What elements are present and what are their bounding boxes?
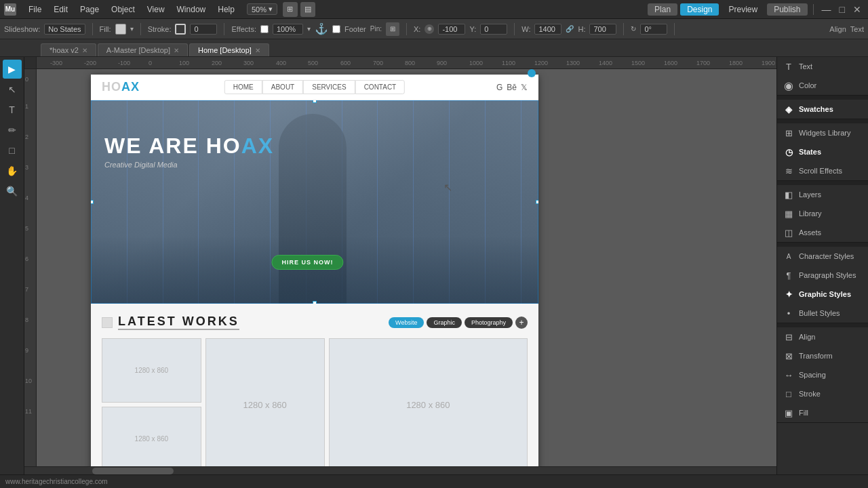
opacity-dropdown[interactable]: ▾ xyxy=(307,25,311,33)
y-value[interactable]: 0 xyxy=(480,24,507,35)
filter-photography[interactable]: Photography xyxy=(465,317,513,328)
app-logo: Mu xyxy=(4,3,16,16)
panel-character-styles[interactable]: A Character Styles xyxy=(777,247,868,266)
scrollbar-horizontal[interactable] xyxy=(24,466,776,474)
widgets-icon: ⊞ xyxy=(783,127,795,139)
draw-tool[interactable]: ✏ xyxy=(3,121,22,140)
panel-bullet-styles[interactable]: • Bullet Styles xyxy=(777,304,868,323)
filter-website[interactable]: Website xyxy=(389,317,424,328)
nav-services[interactable]: SERVICES xyxy=(303,80,355,94)
panel-text[interactable]: T Text xyxy=(777,57,868,76)
preview-button[interactable]: Preview xyxy=(722,3,764,16)
filter-graphic[interactable]: Graphic xyxy=(427,317,462,328)
footer-label: Footer xyxy=(344,25,366,33)
menu-view[interactable]: View xyxy=(142,3,170,16)
fill-dropdown[interactable]: ▾ xyxy=(130,25,134,33)
menu-object[interactable]: Object xyxy=(106,3,140,16)
scrollbar-thumb[interactable] xyxy=(92,468,174,474)
rotation-icon[interactable]: ↻ xyxy=(631,25,636,33)
nav-home[interactable]: HOME xyxy=(224,80,262,94)
menu-help[interactable]: Help xyxy=(212,3,240,16)
panel-library[interactable]: ▦ Library xyxy=(777,204,868,223)
panel-states[interactable]: ◷ States xyxy=(777,142,868,161)
maximize-button[interactable]: □ xyxy=(837,4,848,15)
fill-color-swatch[interactable] xyxy=(115,24,126,35)
tabs-bar: *hoax v2 ✕ A-Master [Desktop] ✕ Home [De… xyxy=(0,39,868,57)
plan-button[interactable]: Plan xyxy=(648,3,677,16)
panel-section-transform: ⊟ Align ⊠ Transform ↔ Spacing □ Stroke ▣… xyxy=(777,327,868,423)
zoom-tool[interactable]: 🔍 xyxy=(3,182,22,201)
ruler-horizontal: -300 -200 -100 0 100 200 300 400 500 600… xyxy=(37,57,776,69)
panel-widgets-library[interactable]: ⊞ Widgets Library xyxy=(777,123,868,142)
panel-paragraph-styles[interactable]: ¶ Paragraph Styles xyxy=(777,266,868,285)
filter-add-button[interactable]: + xyxy=(515,317,528,329)
zoom-control[interactable]: 50% ▾ xyxy=(247,3,277,15)
tab-a-master[interactable]: A-Master [Desktop] ✕ xyxy=(98,43,188,56)
right-panel: T Text ◉ Color ◈ Swatches ⊞ Widgets Libr… xyxy=(776,57,868,474)
social-behance[interactable]: Bē xyxy=(507,83,517,92)
opacity-value[interactable]: 100% xyxy=(273,24,303,35)
constrain-icon[interactable]: 🔗 xyxy=(566,25,574,33)
menu-window[interactable]: Window xyxy=(172,3,212,16)
minimize-button[interactable]: — xyxy=(819,4,834,15)
rotation-value[interactable]: 0° xyxy=(640,24,667,35)
close-button[interactable]: ✕ xyxy=(850,4,864,15)
w-value[interactable]: 1400 xyxy=(534,24,561,35)
tab-hoax-v2[interactable]: *hoax v2 ✕ xyxy=(41,43,96,56)
pin-icon[interactable]: ⚓ xyxy=(315,22,328,35)
social-google[interactable]: G xyxy=(496,83,502,92)
panel-stroke[interactable]: □ Stroke xyxy=(777,384,868,403)
design-button[interactable]: Design xyxy=(680,3,719,16)
menu-file[interactable]: File xyxy=(23,3,47,16)
menu-page[interactable]: Page xyxy=(75,3,104,16)
works-filters: Website Graphic Photography + xyxy=(389,317,528,329)
panel-fill[interactable]: ▣ Fill xyxy=(777,403,868,422)
panel-layers[interactable]: ◧ Layers xyxy=(777,185,868,204)
y-label: Y: xyxy=(469,25,476,33)
panel-section-widgets: ⊞ Widgets Library ◷ States ≋ Scroll Effe… xyxy=(777,123,868,181)
no-states-dropdown[interactable]: No States xyxy=(44,24,85,35)
h-label: H: xyxy=(578,25,585,33)
tab-close-2[interactable]: ✕ xyxy=(255,47,260,54)
stroke-color-swatch[interactable] xyxy=(175,24,186,35)
subselect-tool[interactable]: ↖ xyxy=(3,80,22,99)
panel-transform[interactable]: ⊠ Transform xyxy=(777,346,868,365)
panel-assets[interactable]: ◫ Assets xyxy=(777,223,868,242)
nav-about[interactable]: ABOUT xyxy=(262,80,303,94)
panel-align[interactable]: ⊟ Align xyxy=(777,327,868,346)
cursor: ↖ xyxy=(443,181,450,192)
states-icon: ◷ xyxy=(783,146,795,158)
tab-close-0[interactable]: ✕ xyxy=(82,47,87,54)
pin-control[interactable]: ⊞ xyxy=(386,22,399,36)
view-icon1[interactable]: ⊞ xyxy=(283,2,298,17)
publish-button[interactable]: Publish xyxy=(767,3,807,16)
footer-checkbox[interactable] xyxy=(332,25,340,33)
social-twitter[interactable]: 𝕏 xyxy=(521,83,528,92)
panel-color[interactable]: ◉ Color xyxy=(777,76,868,95)
tab-home-desktop[interactable]: Home [Desktop] ✕ xyxy=(189,43,269,56)
x-value[interactable]: -100 xyxy=(438,24,465,35)
stroke-value[interactable]: 0 xyxy=(190,24,217,35)
toolbar-right: Align Text xyxy=(829,25,864,33)
panel-graphic-styles[interactable]: ✦ Graphic Styles xyxy=(777,285,868,304)
select-tool[interactable]: ▶ xyxy=(3,60,22,79)
nav-contact[interactable]: CONTACT xyxy=(355,80,406,94)
panel-spacing[interactable]: ↔ Spacing xyxy=(777,365,868,384)
menu-edit[interactable]: Edit xyxy=(48,3,73,16)
sep1 xyxy=(92,23,93,35)
text-tool[interactable]: T xyxy=(3,100,22,119)
tab-close-1[interactable]: ✕ xyxy=(174,47,179,54)
view-icon2[interactable]: ▤ xyxy=(300,2,315,17)
panel-scroll-effects[interactable]: ≋ Scroll Effects xyxy=(777,161,868,180)
hero-title: WE ARE HOAX xyxy=(104,134,274,158)
hand-tool[interactable]: ✋ xyxy=(3,161,22,180)
effects-checkbox[interactable] xyxy=(260,25,269,33)
works-section: LATEST WORKS Website Graphic Photography… xyxy=(91,304,538,466)
panel-section-styles: A Character Styles ¶ Paragraph Styles ✦ … xyxy=(777,247,868,323)
fill-label: Fill: xyxy=(100,25,111,33)
canvas-scroll[interactable]: HOAX HOME ABOUT SERVICES CONTACT G Bē 𝕏 xyxy=(37,69,776,466)
panel-swatches[interactable]: ◈ Swatches xyxy=(777,100,868,119)
h-value[interactable]: 700 xyxy=(589,24,616,35)
shape-tool[interactable]: □ xyxy=(3,141,22,160)
hero-cta-button[interactable]: HIRE US NOW! xyxy=(271,255,343,270)
